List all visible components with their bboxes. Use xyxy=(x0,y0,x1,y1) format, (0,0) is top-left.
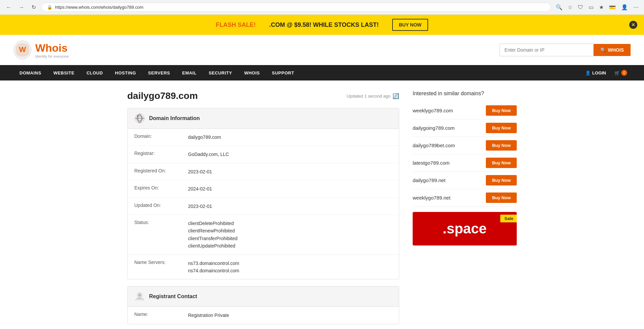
status-value: clientDeleteProhibited clientRenewProhib… xyxy=(188,220,237,250)
refresh-icon[interactable]: 🔄 xyxy=(393,93,399,99)
name-label: Name: xyxy=(134,312,188,317)
expires-on-value: 2024-02-01 xyxy=(188,185,212,193)
buy-button-5[interactable]: Buy Now xyxy=(486,193,517,203)
devices-icon[interactable]: ▭ xyxy=(587,3,595,12)
wallet-icon[interactable]: 💳 xyxy=(608,3,617,12)
domain-info-header: Domain Information xyxy=(128,108,399,129)
star-icon[interactable]: ☆ xyxy=(566,3,574,12)
flash-close-button[interactable]: ✕ xyxy=(629,21,637,29)
expires-on-label: Expires On: xyxy=(134,185,188,190)
buy-button-0[interactable]: Buy Now xyxy=(486,105,517,116)
registrar-value: GoDaddy.com, LLC xyxy=(188,151,229,158)
refresh-button[interactable]: ↻ xyxy=(30,3,38,12)
status-label: Status: xyxy=(134,220,188,225)
more-options-icon[interactable]: ⋯ xyxy=(632,3,640,12)
nav-whois[interactable]: WHOIS xyxy=(238,66,266,80)
similar-domain-name-0: weeklygo789.com xyxy=(413,108,453,113)
registrant-contact-card: Registrant Contact Name: Registration Pr… xyxy=(127,286,399,324)
domain-title-row: dailygo789.com Updated 1 second ago 🔄 xyxy=(127,91,399,101)
nav-website[interactable]: WEBSITE xyxy=(47,66,81,80)
browser-chrome: ← → ↻ 🔒 https://www.whois.com/whois/dail… xyxy=(0,0,644,15)
cart-button[interactable]: 🛒 0 xyxy=(611,65,631,80)
svg-rect-6 xyxy=(137,115,138,117)
registrant-body: Name: Registration Private xyxy=(128,307,399,324)
similar-domain-row-1: dailygoing789.com Buy Now xyxy=(413,119,517,137)
updated-on-value: 2023-02-01 xyxy=(188,203,212,210)
nav-support[interactable]: SUPPORT xyxy=(266,66,300,80)
name-row: Name: Registration Private xyxy=(128,307,399,324)
nav-servers[interactable]: SERVERS xyxy=(142,66,176,80)
nav-security[interactable]: SECURITY xyxy=(202,66,238,80)
sale-badge: Sale xyxy=(500,215,517,222)
similar-domain-row-3: latestgo789.com Buy Now xyxy=(413,154,517,172)
flash-bar: FLASH SALE! .COM @ $9.58! WHILE STOCKS L… xyxy=(0,15,644,35)
domain-title: dailygo789.com xyxy=(127,91,198,101)
domain-info-body: Domain: dailygo789.com Registrar: GoDadd… xyxy=(128,129,399,279)
shield-icon[interactable]: 🛡 xyxy=(577,3,585,12)
nav-right: 👤 LOGIN 🛒 0 xyxy=(582,65,631,80)
nav-hosting[interactable]: HOSTING xyxy=(109,66,142,80)
registrar-label: Registrar: xyxy=(134,151,188,156)
user-icon: 👤 xyxy=(585,70,591,75)
browser-actions: 🔍 ☆ 🛡 ▭ ★ 💳 👤 ⋯ xyxy=(554,3,640,12)
favorites-icon[interactable]: ★ xyxy=(598,3,605,12)
registered-on-label: Registered On: xyxy=(134,168,188,173)
main-content: dailygo789.com Updated 1 second ago 🔄 Do… xyxy=(121,80,523,329)
updated-on-label: Updated On: xyxy=(134,203,188,208)
domain-info-card: Domain Information Domain: dailygo789.co… xyxy=(127,108,399,279)
logo-tagline: Identity for everyone xyxy=(35,54,69,58)
similar-domain-row-4: dailygo789.net Buy Now xyxy=(413,172,517,189)
forward-button[interactable]: → xyxy=(17,3,26,12)
nameservers-label: Name Servers: xyxy=(134,260,188,265)
updated-label: Updated 1 second ago xyxy=(347,94,390,99)
domain-value: dailygo789.com xyxy=(188,133,221,141)
buy-button-3[interactable]: Buy Now xyxy=(486,158,517,168)
expires-on-row: Expires On: 2024-02-01 xyxy=(128,180,399,198)
registrant-title: Registrant Contact xyxy=(149,293,197,299)
search-input[interactable] xyxy=(500,44,594,56)
buy-button-2[interactable]: Buy Now xyxy=(486,140,517,151)
profile-icon[interactable]: 🔍 xyxy=(554,3,564,12)
updated-status: Updated 1 second ago 🔄 xyxy=(347,93,399,99)
login-button[interactable]: 👤 LOGIN xyxy=(582,66,609,80)
updated-on-row: Updated On: 2023-02-01 xyxy=(128,198,399,215)
flash-sale-label: FLASH SALE! xyxy=(216,21,256,29)
nameservers-value: ns73.domaincontrol.com ns74.domaincontro… xyxy=(188,260,239,275)
cart-icon: 🛒 xyxy=(614,70,620,75)
registrant-header: Registrant Contact xyxy=(128,286,399,307)
search-area: 🔍 WHOIS xyxy=(500,44,631,56)
registrar-row: Registrar: GoDaddy.com, LLC xyxy=(128,146,399,163)
buy-button-1[interactable]: Buy Now xyxy=(486,123,517,133)
svg-text:W: W xyxy=(19,45,26,54)
url-text: https://www.whois.com/whois/dailygo789.c… xyxy=(55,5,143,10)
domain-info-title: Domain Information xyxy=(149,115,200,121)
buy-now-button[interactable]: BUY NOW xyxy=(392,19,428,31)
logo-text-area: Whois Identity for everyone xyxy=(35,42,69,58)
domain-field-row: Domain: dailygo789.com xyxy=(128,129,399,146)
address-bar[interactable]: 🔒 https://www.whois.com/whois/dailygo789… xyxy=(41,3,551,12)
registered-on-row: Registered On: 2023-02-01 xyxy=(128,163,399,180)
logo-area: W Whois Identity for everyone xyxy=(13,40,69,60)
domain-info-icon xyxy=(134,113,145,124)
user-account-icon[interactable]: 👤 xyxy=(620,3,629,12)
back-button[interactable]: ← xyxy=(4,3,13,12)
registered-on-value: 2023-02-01 xyxy=(188,168,212,175)
flash-sale-offer: .COM @ $9.58! WHILE STOCKS LAST! xyxy=(269,21,379,29)
nav-email[interactable]: EMAIL xyxy=(176,66,202,80)
domain-label: Domain: xyxy=(134,133,188,139)
nav-domains[interactable]: DOMAINS xyxy=(13,66,47,80)
similar-domain-name-4: dailygo789.net xyxy=(413,177,446,183)
buy-button-4[interactable]: Buy Now xyxy=(486,175,517,185)
navigation: DOMAINS WEBSITE CLOUD HOSTING SERVERS EM… xyxy=(0,65,644,80)
whois-search-button[interactable]: 🔍 WHOIS xyxy=(594,44,631,56)
right-column: Interested in similar domains? weeklygo7… xyxy=(413,91,517,329)
similar-domain-row-2: dailygo789bet.com Buy Now xyxy=(413,137,517,154)
left-column: dailygo789.com Updated 1 second ago 🔄 Do… xyxy=(127,91,399,329)
nameservers-row: Name Servers: ns73.domaincontrol.com ns7… xyxy=(128,255,399,279)
logo-icon: W xyxy=(13,40,32,60)
sale-domain-text: .space xyxy=(443,221,487,237)
login-label: LOGIN xyxy=(592,70,606,75)
sale-banner[interactable]: Sale .space xyxy=(413,212,517,245)
svg-point-8 xyxy=(138,294,141,296)
nav-cloud[interactable]: CLOUD xyxy=(81,66,109,80)
